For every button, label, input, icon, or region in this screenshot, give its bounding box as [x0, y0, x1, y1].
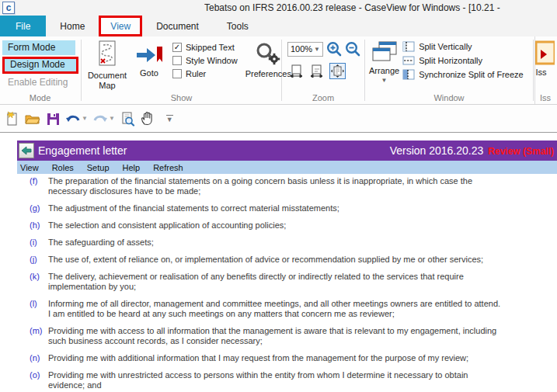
list-item-j: (j) The use of, extent of reliance on, o… — [30, 255, 557, 265]
goto-button[interactable]: Goto — [132, 36, 166, 78]
style-window-checkbox[interactable]: Style Window — [172, 56, 238, 65]
menu-view[interactable]: View — [20, 163, 39, 172]
checkbox-label: Skipped Text — [186, 43, 235, 52]
split-vertically-button[interactable]: Split Vertically — [402, 41, 524, 52]
tab-home[interactable]: Home — [46, 16, 99, 36]
caseview-window: c Tebatso on IFRS 2016.00.23 release - C… — [0, 0, 557, 392]
item-text: Informing me of all director, management… — [48, 299, 503, 319]
document-status-badge: Review (Small) — [488, 146, 554, 157]
skipped-text-checkbox[interactable]: Skipped Text — [172, 43, 238, 52]
split-horizontally-icon — [402, 55, 415, 66]
undo-button[interactable]: ▼ — [65, 112, 88, 126]
item-text: The safeguarding of assets; — [48, 238, 503, 248]
item-text: Providing me with access to all informat… — [48, 326, 503, 346]
item-text: Providing me with unrestricted access to… — [48, 370, 503, 390]
split-horizontally-button[interactable]: Split Horizontally — [402, 55, 524, 66]
fit-width-button[interactable] — [289, 64, 304, 78]
document-map-icon — [95, 40, 120, 68]
window-title: Tebatso on IFRS 2016.00.23 release - Cas… — [204, 2, 557, 13]
menu-roles[interactable]: Roles — [52, 163, 74, 172]
item-text: Providing me with additional information… — [48, 353, 503, 363]
document-map-label: Document Map — [85, 71, 129, 91]
document-content: (f) The preparation of the financial sta… — [17, 174, 557, 392]
arrange-label: Arrange — [369, 66, 399, 76]
tab-tools[interactable]: Tools — [213, 16, 263, 36]
group-separator — [364, 40, 365, 101]
item-text: The adjustment of the financial statemen… — [48, 203, 503, 213]
ribbon: Form Mode Design Mode Enable Editing Mod… — [0, 36, 557, 105]
show-checkboxes: Skipped Text Style Window Ruler — [166, 36, 242, 78]
tab-view[interactable]: View — [99, 16, 142, 36]
issues-button[interactable]: Iss — [540, 40, 555, 78]
preferences-icon — [254, 40, 282, 67]
synchronize-split-label: Synchronize Split of Freeze — [419, 70, 524, 79]
enable-editing-button: Enable Editing — [2, 75, 75, 90]
quick-access-toolbar: ▼ ▼ ▼ — [0, 105, 557, 133]
ribbon-group-window: Arrange ▼ Split Vertically — [366, 36, 532, 104]
fit-selection-button[interactable] — [329, 63, 346, 79]
item-label: (j) — [30, 255, 48, 265]
title-bar: c Tebatso on IFRS 2016.00.23 release - C… — [0, 0, 557, 16]
item-text: The delivery, achievement or realisation… — [48, 272, 503, 292]
chevron-down-icon: ▼ — [381, 77, 388, 84]
document-pane: Engagement letter Version 2016.20.23 Rev… — [17, 140, 557, 392]
open-file-icon[interactable] — [24, 111, 40, 127]
document-version: Version 2016.20.23 — [390, 144, 484, 157]
ribbon-group-issues: Iss Iss — [534, 36, 555, 104]
synchronize-split-icon — [402, 69, 415, 80]
ribbon-group-show: Document Map Goto Skipped Text — [82, 36, 280, 104]
item-label: (n) — [30, 353, 48, 363]
tab-document[interactable]: Document — [142, 16, 213, 36]
ruler-checkbox[interactable]: Ruler — [172, 69, 238, 78]
menu-refresh[interactable]: Refresh — [153, 163, 183, 172]
list-item-k: (k) The delivery, achievement or realisa… — [30, 272, 557, 292]
ribbon-group-mode: Form Mode Design Mode Enable Editing Mod… — [0, 36, 80, 104]
redo-button: ▼ — [92, 112, 115, 126]
chevron-down-icon[interactable]: ▼ — [82, 115, 88, 122]
new-document-icon[interactable] — [4, 111, 19, 127]
app-icon[interactable]: c — [2, 2, 15, 14]
group-separator — [533, 40, 534, 101]
item-label: (k) — [30, 272, 48, 292]
document-map-button[interactable]: Document Map — [82, 36, 132, 91]
list-item-f: (f) The preparation of the financial sta… — [30, 176, 557, 196]
checkbox-label: Ruler — [186, 69, 206, 78]
item-label: (g) — [30, 203, 48, 213]
goto-label: Goto — [140, 68, 158, 78]
list-item-n: (n) Providing me with additional informa… — [30, 353, 557, 363]
goto-icon — [135, 40, 163, 66]
zoom-out-button[interactable] — [345, 41, 360, 57]
form-mode-button[interactable]: Form Mode — [2, 40, 75, 55]
menu-setup[interactable]: Setup — [87, 163, 110, 172]
customize-toolbar-icon[interactable]: ▼ — [166, 115, 173, 123]
fit-page-button[interactable] — [309, 64, 324, 78]
hand-tool-icon[interactable] — [140, 111, 155, 127]
synchronize-split-button[interactable]: Synchronize Split of Freeze — [402, 69, 524, 80]
item-text: The use of, extent of reliance on, or im… — [48, 255, 503, 265]
list-item-m: (m) Providing me with access to all info… — [30, 326, 557, 346]
split-horizontally-label: Split Horizontally — [419, 56, 482, 65]
checkbox-unchecked-icon — [172, 56, 182, 65]
window-group-label: Window — [366, 93, 532, 102]
menu-help[interactable]: Help — [123, 163, 141, 172]
checkbox-checked-icon — [172, 43, 182, 52]
zoom-group-label: Zoom — [283, 93, 364, 102]
item-label: (i) — [30, 238, 48, 248]
tab-file[interactable]: File — [0, 16, 46, 36]
document-menu-bar: View Roles Setup Help Refresh — [17, 161, 557, 174]
ribbon-tab-bar: File Home View Document Tools — [0, 16, 557, 36]
item-label: (l) — [30, 299, 48, 319]
arrange-button[interactable]: Arrange ▼ — [366, 36, 402, 84]
ribbon-group-zoom: 100% ▼ — [283, 36, 364, 104]
document-header-bar: Engagement letter Version 2016.20.23 Rev… — [17, 140, 557, 161]
chevron-down-icon: ▼ — [109, 115, 115, 122]
design-mode-button[interactable]: Design Mode — [2, 57, 78, 74]
print-preview-icon[interactable] — [120, 111, 135, 127]
zoom-in-button[interactable] — [326, 41, 342, 57]
issues-icon — [534, 40, 555, 65]
checkbox-label: Style Window — [186, 56, 238, 65]
back-button[interactable] — [19, 143, 34, 158]
save-icon[interactable] — [45, 111, 61, 127]
zoom-level-combobox[interactable]: 100% ▼ — [287, 42, 323, 57]
item-text: The preparation of the financial stateme… — [48, 176, 503, 196]
